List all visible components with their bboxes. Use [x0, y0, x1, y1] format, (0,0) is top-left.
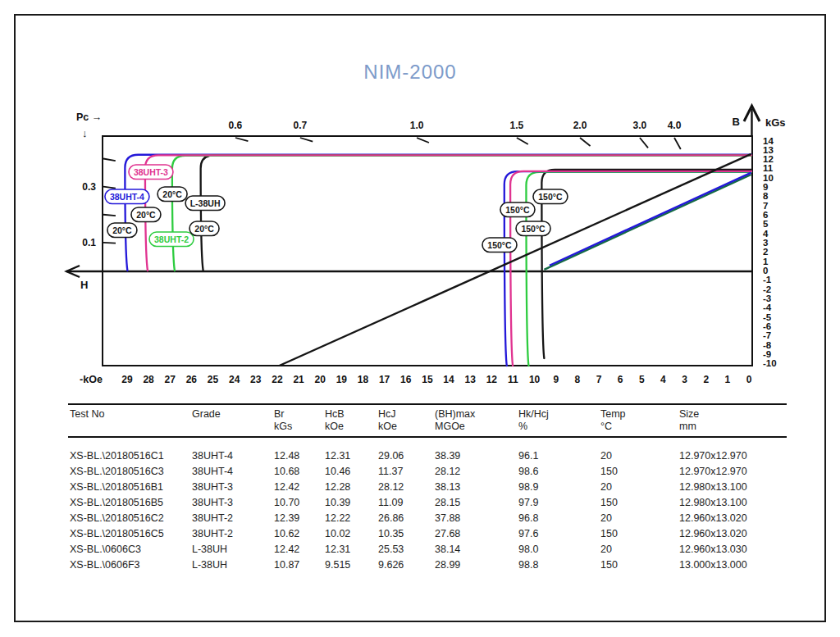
pc-tick-label: 0.6 — [229, 120, 243, 131]
right-scale-tick: 0 — [763, 266, 768, 275]
table-cell: XS-BL.\20180516C3 — [68, 463, 190, 479]
pc-left-tick-mark — [103, 243, 116, 243]
label-oval-38UHT-3: 38UHT-3 — [129, 165, 173, 180]
label-oval-38UHT-2: 38UHT-2 — [149, 232, 194, 247]
bottom-scale-tick: 2 — [703, 374, 709, 385]
table-cell: XS-BL.\20180516C5 — [68, 526, 190, 541]
pc-left-tick-mark — [103, 215, 116, 216]
results-table-body: XS-BL.\20180516C138UHT-412.4812.3129.063… — [68, 437, 787, 572]
right-scale-tick: -1 — [763, 275, 772, 284]
b-axis-arrow: BkGs — [733, 106, 786, 136]
table-row: XS-BL.\0606F3L-38UH10.879.5159.62628.999… — [68, 557, 787, 572]
svg-text:20°C: 20°C — [162, 189, 182, 199]
bottom-scale-tick: 29 — [121, 374, 133, 385]
bottom-scale-tick: 14 — [443, 374, 454, 385]
bottom-scale-tick: 4 — [660, 374, 666, 385]
h-axis-letter: H — [80, 279, 88, 291]
table-cell: 150 — [599, 526, 678, 541]
svg-text:38UHT-2: 38UHT-2 — [154, 234, 189, 244]
table-cell: 12.31 — [323, 437, 377, 463]
table-cell: 38UHT-2 — [190, 510, 272, 526]
table-cell: 96.1 — [517, 437, 599, 463]
table-cell: 38UHT-3 — [190, 479, 272, 494]
right-scale-tick: 9 — [763, 182, 768, 192]
table-cell: 20 — [599, 510, 678, 526]
demag-chart: HBkGs14131211109876543210-1-2-3-4-5-6-7-… — [0, 0, 840, 399]
right-scale-tick: 8 — [763, 191, 769, 201]
table-cell: 150 — [599, 557, 678, 572]
pc-scale-top: Pc →↓0.60.71.01.52.03.04.0 — [76, 111, 682, 149]
table-cell: XS-BL.\20180516C2 — [68, 510, 190, 526]
table-cell: 25.53 — [377, 541, 433, 557]
svg-text:150°C: 150°C — [521, 224, 546, 234]
table-cell: 96.8 — [517, 510, 599, 526]
table-header-cell: Temp°C — [599, 404, 678, 437]
table-header-cell: Grade — [190, 404, 272, 437]
pc-tick-mark — [417, 138, 429, 143]
bottom-scale-tick: 20 — [315, 374, 326, 385]
svg-text:150°C: 150°C — [538, 192, 563, 202]
load-line-20C — [280, 154, 751, 366]
table-cell: 10.68 — [272, 463, 323, 479]
pc-tick-mark — [640, 138, 648, 148]
table-header-cell: BrkGs — [272, 404, 323, 437]
table-cell: XS-BL.\20180516B1 — [68, 479, 190, 494]
table-cell: 38UHT-4 — [190, 463, 272, 479]
table-cell: 10.46 — [323, 463, 377, 479]
bottom-scale-tick: 28 — [143, 374, 154, 385]
pc-left-tick-mark — [103, 187, 116, 189]
pc-left-tick-mark — [103, 159, 116, 162]
table-cell: 98.9 — [517, 479, 599, 494]
bottom-scale: -kOe292827262524232221201918171615141312… — [80, 374, 752, 385]
pc-tick-mark — [674, 138, 681, 149]
right-scale-tick: -5 — [763, 312, 772, 322]
recoil-line-150C-green — [544, 175, 751, 270]
table-cell: 28.15 — [433, 494, 517, 510]
bottom-scale-tick: 10 — [529, 374, 541, 385]
table-cell: 98.6 — [517, 463, 599, 479]
table-cell: 12.42 — [272, 479, 323, 494]
table-cell: 98.8 — [517, 557, 599, 572]
right-scale: 14131211109876543210-1-2-3-4-5-6-7-8-9-1… — [763, 136, 777, 369]
table-cell: 28.12 — [377, 479, 433, 494]
table-row: XS-BL.\20180516C338UHT-410.6810.4611.372… — [68, 463, 787, 479]
table-cell: 12.31 — [323, 541, 377, 557]
right-scale-tick: -10 — [763, 358, 777, 368]
pc-tick-label: 1.0 — [410, 120, 424, 131]
pc-tick-mark — [235, 138, 248, 141]
bottom-scale-tick: 12 — [486, 374, 498, 385]
table-cell: 12.960x13.030 — [678, 541, 787, 557]
bottom-scale-tick: 27 — [165, 374, 176, 385]
pc-tick-label: 2.0 — [573, 120, 587, 131]
table-row: XS-BL.\20180516C138UHT-412.4812.3129.063… — [68, 437, 787, 463]
bottom-scale-tick: 18 — [358, 374, 369, 385]
pc-tick-mark — [517, 138, 528, 144]
right-scale-tick: -2 — [763, 284, 771, 294]
table-cell: 37.88 — [433, 510, 517, 526]
table-cell: 12.22 — [323, 510, 377, 526]
table-cell: 150 — [599, 463, 678, 479]
table-cell: 10.62 — [272, 526, 323, 541]
table-cell: 9.626 — [377, 557, 433, 572]
table-cell: 12.980x13.100 — [678, 494, 787, 510]
table-cell: 10.39 — [323, 494, 377, 510]
bottom-scale-tick: 11 — [508, 374, 518, 385]
right-scale-tick: 6 — [763, 210, 768, 220]
right-scale-tick: -6 — [763, 321, 771, 331]
right-scale-tick: -4 — [763, 303, 772, 312]
right-scale-tick: 5 — [763, 219, 769, 229]
right-scale-tick: -7 — [763, 330, 771, 340]
table-cell: 98.0 — [517, 541, 599, 557]
svg-text:38UHT-3: 38UHT-3 — [134, 167, 168, 177]
recoil-line-150C-blue — [550, 173, 751, 266]
right-scale-tick: 14 — [763, 136, 774, 146]
pc-axis-down-arrow: ↓ — [82, 127, 88, 139]
table-header-cell: (BH)maxMGOe — [433, 404, 517, 437]
right-scale-tick: 10 — [763, 173, 774, 183]
label-oval-20C: 20°C — [131, 207, 161, 222]
report-page: NIM-2000 HBkGs14131211109876543210-1-2-3… — [0, 0, 840, 637]
right-scale-tick: 7 — [763, 201, 768, 211]
svg-text:150°C: 150°C — [505, 205, 530, 215]
bottom-scale-tick: 19 — [336, 374, 348, 385]
right-scale-tick: -3 — [763, 293, 771, 303]
